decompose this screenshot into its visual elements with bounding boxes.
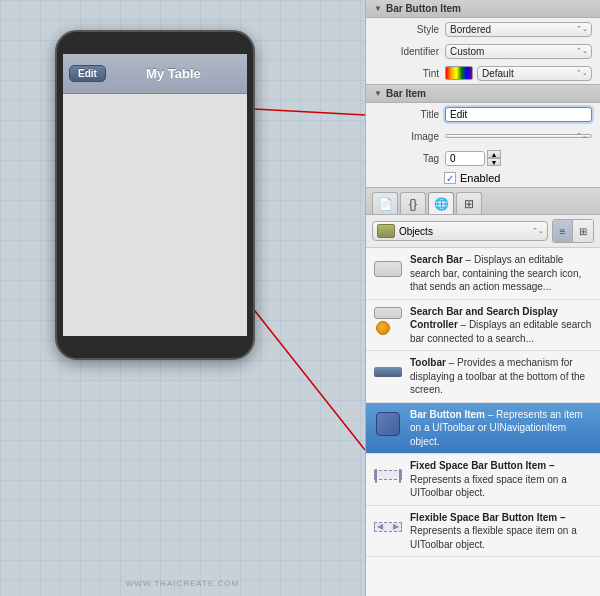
title-input-wrapper [445,107,592,122]
image-select[interactable] [445,134,592,138]
library-list: Search Bar – Displays an editable search… [366,248,600,596]
title-row: Title [366,103,600,125]
simulator-panel: Edit My Table WWW.THAICREATE.COM [0,0,365,596]
identifier-label: Identifier [374,46,439,57]
list-item[interactable]: Search Bar and Search Display Controller… [366,300,600,352]
library-dropdown-label: Objects [399,226,433,237]
search-bar-controller-text: Search Bar and Search Display Controller… [410,305,594,346]
table-content [63,94,247,336]
image-row: Image [366,125,600,147]
flexible-space-icon: ◀ ▶ [372,511,404,543]
grid-view-btn[interactable]: ⊞ [573,220,593,242]
search-bar-icon [372,253,404,285]
tag-row: Tag ▲ ▼ [366,147,600,169]
tint-select[interactable]: Default [477,66,592,81]
tag-input-group: ▲ ▼ [445,150,501,166]
watermark: WWW.THAICREATE.COM [126,579,239,588]
fixed-space-text: Fixed Space Bar Button Item – Represents… [410,459,594,500]
style-select[interactable]: Bordered [445,22,592,37]
tab-file[interactable]: 📄 [372,192,398,214]
enabled-checkbox[interactable]: ✓ [444,172,456,184]
style-value[interactable]: Bordered [445,22,592,37]
library-section: 📄 {} 🌐 ⊞ Objects ≡ ⊞ Search Bar [366,188,600,596]
edit-button[interactable]: Edit [69,65,106,82]
tint-label: Tint [374,68,439,79]
identifier-value[interactable]: Custom [445,44,592,59]
search-bar-controller-icon [372,305,404,337]
style-label: Style [374,24,439,35]
list-item[interactable]: Bar Button Item – Represents an item on … [366,403,600,455]
title-input[interactable] [445,107,592,122]
list-item[interactable]: Toolbar – Provides a mechanism for displ… [366,351,600,403]
list-item[interactable]: Fixed Space Bar Button Item – Represents… [366,454,600,506]
image-label: Image [374,131,439,142]
tab-object[interactable]: 🌐 [428,192,454,214]
tab-code[interactable]: {} [400,192,426,214]
tab-media[interactable]: ⊞ [456,192,482,214]
list-item[interactable]: ◀ ▶ Flexible Space Bar Button Item – Rep… [366,506,600,558]
bar-button-item-icon [372,408,404,440]
nav-bar: Edit My Table [63,54,247,94]
list-item[interactable]: Search Bar – Displays an editable search… [366,248,600,300]
tint-swatch[interactable] [445,66,473,80]
toolbar-text: Toolbar – Provides a mechanism for displ… [410,356,594,397]
bar-button-item-section: Bar Button Item Style Bordered Identifie… [366,0,600,85]
bar-button-item-text: Bar Button Item – Represents an item on … [410,408,594,449]
fixed-space-icon [372,459,404,491]
identifier-row: Identifier Custom [366,40,600,62]
tint-value: Default [445,66,592,81]
bar-item-header: Bar Item [366,85,600,103]
enabled-label: Enabled [460,172,500,184]
bar-item-section: Bar Item Title Image Tag ▲ ▼ ✓ [366,85,600,188]
title-label: Title [374,109,439,120]
library-tabs: 📄 {} 🌐 ⊞ [366,188,600,215]
tag-stepper[interactable]: ▲ ▼ [487,150,501,166]
enabled-row: ✓ Enabled [366,169,600,187]
style-row: Style Bordered [366,18,600,40]
identifier-select[interactable]: Custom [445,44,592,59]
tint-row: Tint Default [366,62,600,84]
toolbar-icon [372,356,404,388]
dropdown-icon [377,224,395,238]
list-view-btn[interactable]: ≡ [553,220,573,242]
library-toolbar: Objects ≡ ⊞ [366,215,600,248]
image-value [445,134,592,138]
nav-title: My Table [106,66,241,81]
stepper-down[interactable]: ▼ [487,158,501,166]
bar-button-item-header: Bar Button Item [366,0,600,18]
flexible-space-text: Flexible Space Bar Button Item – Represe… [410,511,594,552]
simulator-screen: Edit My Table [63,54,247,336]
simulator-frame: Edit My Table [55,30,255,360]
view-toggle: ≡ ⊞ [552,219,594,243]
right-panel: Bar Button Item Style Bordered Identifie… [365,0,600,596]
tag-input[interactable] [445,151,485,166]
library-dropdown[interactable]: Objects [372,221,548,241]
stepper-up[interactable]: ▲ [487,150,501,158]
tag-label: Tag [374,153,439,164]
search-bar-text: Search Bar – Displays an editable search… [410,253,594,294]
